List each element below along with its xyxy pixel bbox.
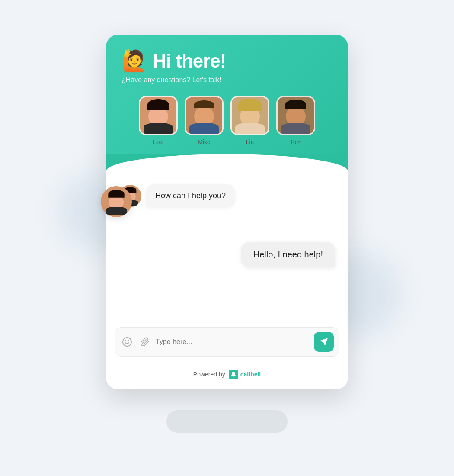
greeting-row: 🙋 Hi there! [121, 50, 333, 72]
agent-name-mike: Mike [198, 138, 211, 145]
callbell-bell-icon [229, 370, 238, 379]
bubble-incoming: How can I help you? [146, 184, 235, 207]
agent-name-lia: Lia [246, 138, 254, 145]
input-bar [115, 327, 339, 357]
agent-avatar-mike [185, 96, 224, 135]
agent-name-lisa: Lisa [153, 138, 164, 145]
message-input[interactable] [156, 338, 310, 346]
chat-widget: 🙋 Hi there! ¿Have any questions? Let's t… [106, 35, 348, 389]
agent-lia[interactable]: Lia [230, 96, 269, 145]
greeting-title: Hi there! [153, 50, 226, 72]
send-button[interactable] [314, 332, 334, 352]
outgoing-message: Hello, I need help! [119, 242, 335, 267]
agent-avatar-lia [230, 96, 269, 135]
floating-avatar [101, 186, 132, 217]
agent-name-tom: Tom [290, 138, 301, 145]
callbell-brand: callbell [229, 370, 261, 379]
bottom-pill [166, 410, 288, 433]
bubble-outgoing: Hello, I need help! [241, 242, 335, 267]
agent-avatar-tom [276, 96, 315, 135]
card-body: How can I help you? Hello, I need help! [106, 176, 348, 327]
scene: 🙋 Hi there! ¿Have any questions? Let's t… [93, 26, 361, 450]
card-header: 🙋 Hi there! ¿Have any questions? Let's t… [106, 35, 348, 154]
agent-avatar-lisa [139, 96, 178, 135]
emoji-button[interactable] [120, 335, 134, 349]
card-footer: Powered by callbell [106, 365, 348, 389]
agent-lisa[interactable]: Lisa [139, 96, 178, 145]
greeting-emoji: 🙋 [121, 51, 147, 71]
agents-row: Lisa Mike [121, 96, 333, 145]
agent-mike[interactable]: Mike [185, 96, 224, 145]
callbell-brand-name: callbell [240, 371, 261, 378]
card-wave [106, 154, 348, 176]
svg-point-0 [123, 338, 131, 346]
incoming-message: How can I help you? [119, 184, 335, 207]
greeting-subtitle: ¿Have any questions? Let's talk! [121, 76, 333, 84]
agent-tom[interactable]: Tom [276, 96, 315, 145]
attach-button[interactable] [138, 335, 151, 348]
powered-by-text: Powered by [193, 371, 225, 378]
